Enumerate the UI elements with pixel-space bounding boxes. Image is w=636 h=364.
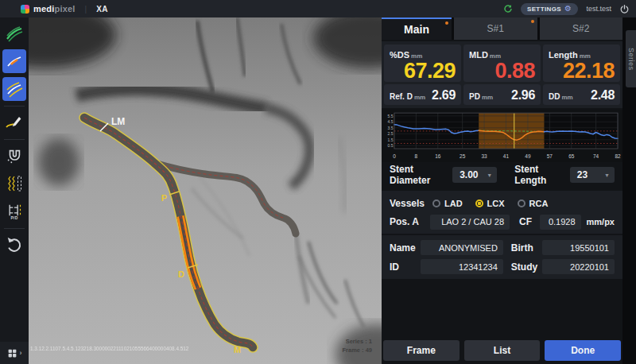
pen-curve-icon — [5, 113, 24, 132]
list-button[interactable]: List — [464, 340, 541, 361]
series-side-tab[interactable]: Series — [626, 30, 636, 87]
patient-birth-label: Birth — [511, 242, 542, 254]
angiogram-viewer[interactable]: LM P D M 1.3.12.2.1107.5.4.5.123218.3000… — [29, 17, 382, 364]
layout-grid-button[interactable]: › — [0, 342, 29, 364]
vessels-section: Vessels LAD LCX RCA Pos. A LAO 2 / CAU 2… — [382, 191, 622, 234]
tool-edit-contour-button[interactable] — [2, 110, 26, 134]
vessel-radio-lad[interactable]: LAD — [432, 199, 463, 208]
stenosis-curve-icon — [5, 52, 24, 71]
vessel-radio-lcx[interactable]: LCX — [475, 199, 505, 208]
vessel-radio-lcx-label: LCX — [487, 199, 505, 208]
patient-name-field[interactable]: ANONYMISED — [421, 240, 503, 255]
analysis-panel: Main S#1 S#2 %DSmm 67.29 MLDmm 0.88 Leng… — [382, 17, 622, 364]
position-field[interactable]: LAO 2 / CAU 28 — [430, 215, 510, 230]
sync-icon[interactable] — [503, 4, 513, 14]
stent-diameter-label: Stent Diameter — [390, 164, 446, 186]
cf-unit-label: mm/px — [587, 217, 615, 227]
tab-s2[interactable]: S#2 — [540, 17, 623, 40]
svg-text:65: 65 — [568, 153, 574, 159]
metric-dd-value: 2.48 — [591, 88, 615, 103]
svg-text:0: 0 — [393, 153, 396, 159]
metric-pd-unit: mm — [482, 94, 493, 101]
radio-icon — [518, 199, 525, 207]
metric-pd: PDmm 2.96 — [463, 84, 541, 105]
vessels-label: Vessels — [390, 198, 432, 209]
metric-ds-value: 67.29 — [390, 60, 456, 82]
svg-text:5.5: 5.5 — [388, 114, 394, 118]
tab-main-dot — [445, 21, 448, 25]
patient-birth-field[interactable]: 19550101 — [542, 240, 615, 255]
vessel-radio-rca-label: RCA — [529, 199, 549, 208]
cf-field[interactable]: 0.1928 — [540, 215, 581, 230]
tab-main[interactable]: Main — [382, 17, 452, 40]
vessel-radio-lad-label: LAD — [444, 199, 463, 208]
brand-bold: medi — [33, 4, 54, 14]
svg-text:8: 8 — [415, 153, 418, 159]
contour-curves-icon — [5, 79, 24, 99]
label-p: P — [161, 193, 167, 203]
tool-vessel-analysis-button[interactable] — [2, 21, 26, 45]
gear-icon: ⚙ — [564, 5, 572, 13]
stent-icon — [5, 174, 24, 193]
metric-dd: DDmm 2.48 — [543, 84, 620, 105]
metric-dd-label: DD — [549, 92, 560, 101]
medipixel-logo-icon — [21, 5, 29, 14]
tool-stenosis-button[interactable] — [2, 49, 26, 73]
settings-button[interactable]: SETTINGS ⚙ — [521, 3, 579, 15]
metric-refd-value: 2.69 — [432, 88, 456, 103]
toolbar-divider — [4, 139, 25, 140]
metric-mld-label: MLD — [469, 50, 488, 60]
magnet-icon — [6, 147, 23, 165]
app-tab-xa[interactable]: XA — [96, 5, 108, 14]
toolbar-divider — [4, 106, 25, 106]
metric-pd-value: 2.96 — [511, 88, 535, 103]
topbar-divider: | — [85, 5, 87, 14]
pd-tool-label: P/D — [10, 215, 17, 220]
tool-pd-marker-button[interactable]: P/D — [2, 199, 26, 223]
angiogram-image[interactable]: LM P D M 1.3.12.2.1107.5.4.5.123218.3000… — [29, 17, 382, 364]
svg-text:49: 49 — [525, 153, 530, 159]
tab-s1[interactable]: S#1 — [454, 17, 537, 40]
tool-stent-button[interactable] — [2, 172, 26, 196]
patient-id-field[interactable]: 12341234 — [421, 259, 503, 274]
patient-name-label: Name — [390, 242, 421, 254]
chevron-right-icon: › — [20, 349, 22, 357]
svg-text:33: 33 — [481, 153, 487, 159]
tab-main-label: Main — [404, 23, 429, 36]
cf-label: CF — [519, 216, 532, 227]
stent-length-value: 23 — [577, 169, 604, 180]
brand-name: medipixel — [33, 4, 76, 14]
stent-diameter-select[interactable]: 3.00 ▼ — [452, 167, 497, 183]
radio-icon — [475, 199, 483, 207]
diameter-profile-plot: 081625334149576574825.54.53.52.51.50.5 — [383, 111, 621, 161]
svg-text:3.5: 3.5 — [388, 126, 394, 130]
tool-magnet-button[interactable] — [2, 144, 26, 168]
done-button[interactable]: Done — [545, 340, 621, 361]
tab-s2-label: S#2 — [572, 23, 589, 34]
tab-s1-dot — [531, 20, 534, 23]
user-name[interactable]: test.test — [586, 5, 611, 13]
svg-text:0.5: 0.5 — [388, 143, 394, 148]
vessel-curves-icon — [5, 24, 24, 43]
frame-button[interactable]: Frame — [383, 340, 460, 361]
metrics-section: %DSmm 67.29 MLDmm 0.88 Lengthmm 22.18 Re… — [382, 41, 622, 108]
radio-icon — [432, 199, 440, 207]
patient-study-field[interactable]: 20220101 — [542, 259, 615, 274]
panel-spacer — [382, 279, 622, 340]
power-icon[interactable] — [619, 4, 630, 14]
undo-button[interactable] — [2, 233, 26, 257]
chevron-down-icon: ▼ — [487, 172, 492, 178]
svg-text:25: 25 — [460, 153, 465, 159]
svg-text:4.5: 4.5 — [388, 119, 394, 124]
dicom-uid-text: 1.3.12.2.1107.5.4.5.123218.3000002211102… — [30, 346, 189, 351]
brand-light: pixel — [54, 4, 75, 14]
tool-contour-button[interactable] — [2, 77, 26, 101]
series-overlay-text: Series : 1 — [346, 338, 372, 345]
stent-length-select[interactable]: 23 ▼ — [570, 167, 615, 183]
panel-tab-bar: Main S#1 S#2 — [382, 17, 622, 40]
stent-diameter-value: 3.00 — [460, 169, 487, 180]
frame-overlay-text: Frame : 49 — [342, 347, 372, 354]
chevron-down-icon: ▼ — [604, 172, 610, 178]
vessel-radio-rca[interactable]: RCA — [518, 199, 549, 208]
svg-text:2.5: 2.5 — [388, 131, 394, 136]
